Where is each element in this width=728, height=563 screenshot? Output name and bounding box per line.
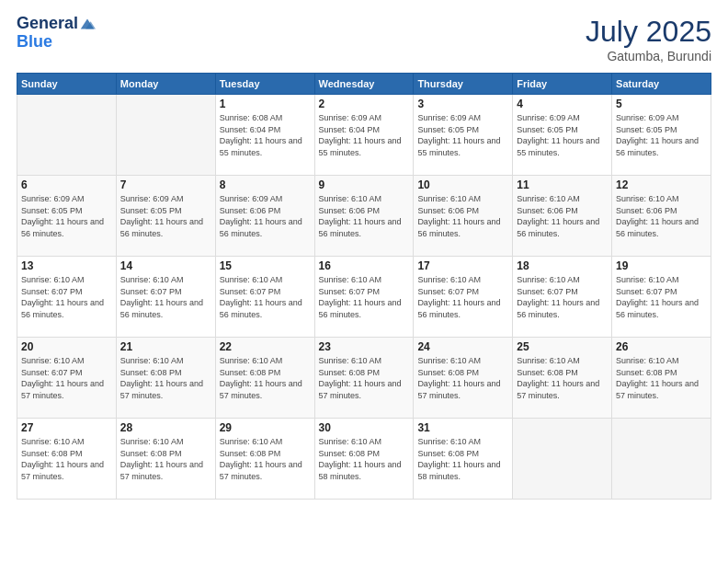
day-number: 5 (616, 98, 707, 110)
day-number: 28 (120, 421, 211, 434)
day-info: Sunrise: 6:10 AM Sunset: 6:08 PM Dayligh… (417, 436, 508, 482)
calendar-cell: 15Sunrise: 6:10 AM Sunset: 6:07 PM Dayli… (215, 257, 314, 338)
logo-text: General (17, 15, 78, 33)
calendar-cell: 24Sunrise: 6:10 AM Sunset: 6:08 PM Dayli… (414, 338, 513, 419)
calendar-cell: 26Sunrise: 6:10 AM Sunset: 6:08 PM Dayli… (612, 338, 711, 419)
col-monday: Monday (116, 74, 215, 95)
calendar-cell: 5Sunrise: 6:09 AM Sunset: 6:05 PM Daylig… (612, 95, 711, 176)
day-number: 20 (21, 340, 112, 353)
calendar-cell: 18Sunrise: 6:10 AM Sunset: 6:07 PM Dayli… (513, 257, 612, 338)
calendar-cell: 13Sunrise: 6:10 AM Sunset: 6:07 PM Dayli… (17, 257, 117, 338)
calendar-cell: 20Sunrise: 6:10 AM Sunset: 6:07 PM Dayli… (17, 338, 117, 419)
day-info: Sunrise: 6:10 AM Sunset: 6:07 PM Dayligh… (517, 274, 608, 320)
col-tuesday: Tuesday (215, 74, 314, 95)
day-info: Sunrise: 6:10 AM Sunset: 6:08 PM Dayligh… (120, 436, 211, 482)
calendar-cell: 12Sunrise: 6:10 AM Sunset: 6:06 PM Dayli… (612, 176, 711, 257)
day-number: 11 (517, 178, 608, 191)
day-info: Sunrise: 6:10 AM Sunset: 6:08 PM Dayligh… (319, 355, 410, 401)
day-number: 8 (220, 178, 311, 191)
day-number: 7 (120, 178, 211, 191)
day-info: Sunrise: 6:10 AM Sunset: 6:06 PM Dayligh… (417, 193, 508, 239)
day-info: Sunrise: 6:10 AM Sunset: 6:07 PM Dayligh… (319, 274, 410, 320)
day-info: Sunrise: 6:10 AM Sunset: 6:08 PM Dayligh… (517, 355, 608, 401)
day-number: 3 (417, 98, 508, 110)
calendar-cell: 17Sunrise: 6:10 AM Sunset: 6:07 PM Dayli… (414, 257, 513, 338)
day-number: 31 (417, 421, 508, 434)
calendar-cell: 8Sunrise: 6:09 AM Sunset: 6:06 PM Daylig… (215, 176, 314, 257)
calendar-cell: 3Sunrise: 6:09 AM Sunset: 6:05 PM Daylig… (414, 95, 513, 176)
day-number: 14 (120, 259, 211, 272)
day-number: 22 (220, 340, 311, 353)
calendar-cell (17, 95, 117, 176)
day-info: Sunrise: 6:10 AM Sunset: 6:06 PM Dayligh… (517, 193, 608, 239)
day-info: Sunrise: 6:10 AM Sunset: 6:06 PM Dayligh… (616, 193, 707, 239)
calendar-cell: 1Sunrise: 6:08 AM Sunset: 6:04 PM Daylig… (215, 95, 314, 176)
col-thursday: Thursday (414, 74, 513, 95)
col-friday: Friday (513, 74, 612, 95)
calendar-cell: 7Sunrise: 6:09 AM Sunset: 6:05 PM Daylig… (116, 176, 215, 257)
day-info: Sunrise: 6:10 AM Sunset: 6:07 PM Dayligh… (21, 274, 112, 320)
day-number: 23 (319, 340, 410, 353)
calendar-cell: 6Sunrise: 6:09 AM Sunset: 6:05 PM Daylig… (17, 176, 117, 257)
calendar-header-row: Sunday Monday Tuesday Wednesday Thursday… (17, 74, 711, 95)
day-info: Sunrise: 6:10 AM Sunset: 6:07 PM Dayligh… (120, 274, 211, 320)
calendar-cell: 2Sunrise: 6:09 AM Sunset: 6:04 PM Daylig… (314, 95, 414, 176)
day-info: Sunrise: 6:09 AM Sunset: 6:04 PM Dayligh… (319, 112, 410, 158)
calendar-cell: 30Sunrise: 6:10 AM Sunset: 6:08 PM Dayli… (314, 419, 414, 500)
calendar-cell: 22Sunrise: 6:10 AM Sunset: 6:08 PM Dayli… (215, 338, 314, 419)
col-saturday: Saturday (612, 74, 711, 95)
day-info: Sunrise: 6:09 AM Sunset: 6:05 PM Dayligh… (417, 112, 508, 158)
calendar-week-5: 27Sunrise: 6:10 AM Sunset: 6:08 PM Dayli… (17, 419, 711, 500)
day-number: 26 (616, 340, 707, 353)
day-number: 16 (319, 259, 410, 272)
day-number: 21 (120, 340, 211, 353)
logo-icon (79, 16, 96, 32)
calendar-cell (116, 95, 215, 176)
day-info: Sunrise: 6:09 AM Sunset: 6:06 PM Dayligh… (220, 193, 311, 239)
day-number: 25 (517, 340, 608, 353)
day-number: 4 (517, 98, 608, 110)
day-info: Sunrise: 6:10 AM Sunset: 6:08 PM Dayligh… (220, 436, 311, 482)
day-info: Sunrise: 6:09 AM Sunset: 6:05 PM Dayligh… (616, 112, 707, 158)
title-block: July 2025 Gatumba, Burundi (586, 15, 711, 63)
day-number: 19 (616, 259, 707, 272)
day-info: Sunrise: 6:10 AM Sunset: 6:08 PM Dayligh… (21, 436, 112, 482)
day-info: Sunrise: 6:09 AM Sunset: 6:05 PM Dayligh… (120, 193, 211, 239)
calendar-week-2: 6Sunrise: 6:09 AM Sunset: 6:05 PM Daylig… (17, 176, 711, 257)
calendar-cell: 14Sunrise: 6:10 AM Sunset: 6:07 PM Dayli… (116, 257, 215, 338)
day-info: Sunrise: 6:10 AM Sunset: 6:07 PM Dayligh… (417, 274, 508, 320)
day-info: Sunrise: 6:10 AM Sunset: 6:08 PM Dayligh… (319, 436, 410, 482)
day-number: 10 (417, 178, 508, 191)
day-info: Sunrise: 6:10 AM Sunset: 6:08 PM Dayligh… (120, 355, 211, 401)
day-number: 15 (220, 259, 311, 272)
calendar-cell: 21Sunrise: 6:10 AM Sunset: 6:08 PM Dayli… (116, 338, 215, 419)
logo-blue: Blue (17, 33, 96, 52)
calendar: Sunday Monday Tuesday Wednesday Thursday… (17, 73, 711, 500)
col-wednesday: Wednesday (314, 74, 414, 95)
day-number: 30 (319, 421, 410, 434)
day-info: Sunrise: 6:09 AM Sunset: 6:05 PM Dayligh… (21, 193, 112, 239)
day-info: Sunrise: 6:08 AM Sunset: 6:04 PM Dayligh… (220, 112, 311, 158)
day-number: 17 (417, 259, 508, 272)
day-number: 18 (517, 259, 608, 272)
day-number: 1 (220, 98, 311, 110)
day-number: 24 (417, 340, 508, 353)
calendar-week-3: 13Sunrise: 6:10 AM Sunset: 6:07 PM Dayli… (17, 257, 711, 338)
calendar-cell: 4Sunrise: 6:09 AM Sunset: 6:05 PM Daylig… (513, 95, 612, 176)
calendar-cell: 11Sunrise: 6:10 AM Sunset: 6:06 PM Dayli… (513, 176, 612, 257)
calendar-cell: 25Sunrise: 6:10 AM Sunset: 6:08 PM Dayli… (513, 338, 612, 419)
day-info: Sunrise: 6:10 AM Sunset: 6:08 PM Dayligh… (220, 355, 311, 401)
calendar-cell: 31Sunrise: 6:10 AM Sunset: 6:08 PM Dayli… (414, 419, 513, 500)
day-number: 29 (220, 421, 311, 434)
calendar-cell: 23Sunrise: 6:10 AM Sunset: 6:08 PM Dayli… (314, 338, 414, 419)
calendar-cell: 19Sunrise: 6:10 AM Sunset: 6:07 PM Dayli… (612, 257, 711, 338)
calendar-cell: 16Sunrise: 6:10 AM Sunset: 6:07 PM Dayli… (314, 257, 414, 338)
calendar-cell: 10Sunrise: 6:10 AM Sunset: 6:06 PM Dayli… (414, 176, 513, 257)
day-info: Sunrise: 6:09 AM Sunset: 6:05 PM Dayligh… (517, 112, 608, 158)
day-number: 27 (21, 421, 112, 434)
calendar-cell (612, 419, 711, 500)
col-sunday: Sunday (17, 74, 117, 95)
day-info: Sunrise: 6:10 AM Sunset: 6:06 PM Dayligh… (319, 193, 410, 239)
header: General Blue July 2025 Gatumba, Burundi (17, 15, 711, 63)
calendar-cell: 29Sunrise: 6:10 AM Sunset: 6:08 PM Dayli… (215, 419, 314, 500)
